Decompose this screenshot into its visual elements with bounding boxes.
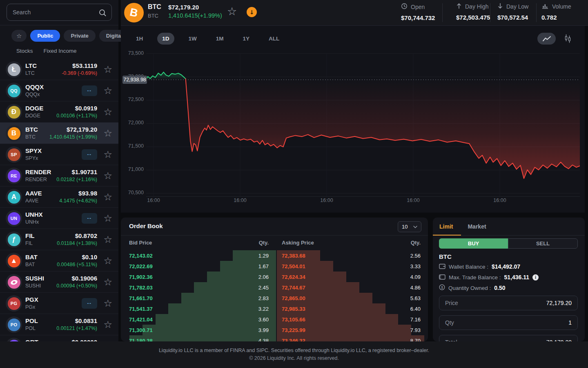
- order-book-row[interactable]: 71,180.384.3873,346.328.70: [121, 335, 428, 341]
- range-1h[interactable]: 1H: [131, 33, 148, 45]
- asset-symbol: BAT: [25, 254, 38, 260]
- asset-row-sushi[interactable]: SUSHISUSHI$0.190060.00094 (+0.50%)☆: [0, 272, 118, 293]
- asset-row-bat[interactable]: ▲BATBAT$0.100.00486 (+5.11%)☆: [0, 250, 118, 272]
- favorite-star-icon[interactable]: ☆: [103, 276, 112, 288]
- asset-row-spyx[interactable]: SPSPYXSPYx--☆: [0, 144, 118, 165]
- sidebar-tab-fixed-income[interactable]: Fixed Income: [44, 48, 77, 54]
- asset-name: QQQx: [25, 92, 40, 97]
- doge-coin-icon: Đ: [6, 104, 22, 120]
- ask-price: 72,985.33: [282, 306, 305, 312]
- no-price-badge: --: [82, 298, 97, 309]
- asset-row-doge[interactable]: ĐDOGEDOGE$0.09190.00106 (+1.17%)☆: [0, 101, 118, 123]
- tab-market[interactable]: Market: [461, 218, 494, 236]
- range-1d[interactable]: 1D: [157, 33, 174, 45]
- stat-label: Day Low: [506, 3, 528, 10]
- footer-disclaimer: Liquidity.io LLC is a member of FINRA an…: [0, 341, 588, 353]
- favorite-star-icon[interactable]: ☆: [103, 298, 112, 309]
- favorite-star-icon[interactable]: ☆: [103, 170, 112, 182]
- bid-qty: 2.45: [231, 285, 269, 291]
- favorite-star-icon[interactable]: ☆: [103, 213, 112, 224]
- asset-row-ltc[interactable]: ŁLTCLTC$53.1119-0.369 (-0.69%)☆: [0, 59, 118, 80]
- filter-public[interactable]: Public: [30, 30, 60, 42]
- buy-sell-toggle: BUY SELL: [439, 238, 578, 249]
- fil-coin-icon: ƒ: [6, 231, 22, 248]
- asset-row-aave[interactable]: AAAVEAAVE$93.984.1475 (+4.62%)☆: [0, 186, 118, 208]
- range-all[interactable]: ALL: [264, 33, 284, 45]
- asset-price: $0.10: [82, 254, 97, 260]
- info-icon[interactable]: i: [532, 274, 539, 280]
- quantity-owned-label: Quantity Owned :: [448, 285, 491, 291]
- sell-button[interactable]: SELL: [508, 238, 578, 249]
- line-chart-toggle[interactable]: [537, 33, 556, 45]
- ask-qty: 5.63: [382, 295, 421, 301]
- asset-row-fil[interactable]: ƒFILFIL$0.87020.01184 (+1.38%)☆: [0, 229, 118, 250]
- favorites-filter-button[interactable]: ☆: [11, 30, 27, 42]
- price-field[interactable]: Price72,179.20: [439, 296, 578, 310]
- tab-limit[interactable]: Limit: [433, 218, 461, 236]
- asset-row-unhx[interactable]: UNUNHXUNHx--☆: [0, 208, 118, 229]
- field-value: 1: [568, 319, 572, 326]
- watchlist-star-icon[interactable]: ☆: [227, 5, 237, 18]
- asset-row-qqqx[interactable]: QQQQQXQQQx--☆: [0, 80, 118, 101]
- order-book-row[interactable]: 72,022.691.6772,504.013.33: [121, 261, 428, 272]
- sidebar-tab-stocks[interactable]: Stocks: [16, 48, 33, 54]
- order-book-row[interactable]: 71,300.713.9973,225.997.93: [121, 325, 428, 335]
- favorite-star-icon[interactable]: ☆: [103, 85, 112, 96]
- favorite-star-icon[interactable]: ☆: [103, 234, 112, 245]
- asset-price: $0.8702: [75, 232, 97, 239]
- asset-row-pol[interactable]: POPOLPOL$0.08310.00121 (+1.47%)☆: [0, 314, 118, 335]
- favorite-star-icon[interactable]: ☆: [103, 191, 112, 203]
- asset-symbol: UNHX: [25, 211, 43, 218]
- order-book-row[interactable]: 71,902.362.0672,624.344.09: [121, 272, 428, 282]
- search-box: [7, 4, 112, 21]
- arrow-up-icon: [456, 3, 462, 10]
- favorite-star-icon[interactable]: ☆: [103, 319, 112, 330]
- sidebar-tabs: StocksFixed Income: [0, 42, 118, 54]
- search-input[interactable]: [7, 4, 111, 20]
- wallet-balance-value: $14,492.07: [492, 263, 520, 270]
- bid-qty: 3.22: [231, 306, 269, 312]
- filter-private[interactable]: Private: [64, 30, 95, 42]
- asset-change: 1,410.6415 (+1.99%): [49, 134, 97, 140]
- asset-change: -0.369 (-0.69%): [62, 70, 97, 76]
- price-chart[interactable]: [146, 49, 580, 197]
- order-book-row[interactable]: 72,143.021.2972,383.682.56: [121, 250, 428, 261]
- favorite-star-icon[interactable]: ☆: [103, 149, 112, 160]
- order-book-row[interactable]: 71,541.373.2272,985.336.40: [121, 303, 428, 314]
- bid-price: 71,421.04: [129, 316, 153, 323]
- search-icon: [98, 9, 107, 18]
- pgx-coin-icon: PG: [6, 295, 22, 312]
- bid-price: 72,143.02: [129, 253, 153, 259]
- asset-name: PGx: [25, 304, 35, 310]
- instrument-name: BTC: [148, 13, 158, 19]
- x-tick-label: 16:00: [318, 197, 336, 203]
- buy-button[interactable]: BUY: [439, 238, 508, 249]
- asset-row-render[interactable]: RERENDERRENDER$1.907310.02182 (+1.16%)☆: [0, 165, 118, 186]
- max-trade-balance-row: Max. Trade Balance : 51,436.11 i: [439, 274, 539, 281]
- depth-select[interactable]: 10: [398, 221, 421, 232]
- ask-qty: 4.86: [382, 285, 421, 291]
- column-header-qty-: Qty.: [231, 240, 269, 246]
- range-1y[interactable]: 1Y: [238, 33, 255, 45]
- price-down-badge-icon[interactable]: ↓: [247, 7, 257, 17]
- order-book-row[interactable]: 71,421.043.6073,105.667.16: [121, 314, 428, 325]
- order-book-row[interactable]: 71,661.702.8372,865.005.63: [121, 293, 428, 303]
- asset-symbol: AAVE: [25, 190, 42, 197]
- range-1m[interactable]: 1M: [211, 33, 229, 45]
- favorite-star-icon[interactable]: ☆: [103, 64, 112, 75]
- trade-panel: LimitMarket BUY SELL BTC Wallet Balance …: [433, 218, 585, 341]
- asset-row-btc[interactable]: BBTCBTC$72,179.201,410.6415 (+1.99%)☆: [0, 123, 118, 144]
- total-field[interactable]: Total72,179.20: [439, 335, 578, 341]
- column-header-bid-price: Bid Price: [129, 240, 152, 246]
- range-1w[interactable]: 1W: [184, 33, 202, 45]
- candlestick-chart-toggle[interactable]: [564, 34, 571, 45]
- favorite-star-icon[interactable]: ☆: [103, 255, 112, 267]
- order-book-row[interactable]: 71,782.032.4572,744.674.86: [121, 282, 428, 293]
- asset-row-pgx[interactable]: PGPGXPGx--☆: [0, 293, 118, 314]
- favorite-star-icon[interactable]: ☆: [103, 106, 112, 118]
- favorite-star-icon[interactable]: ☆: [103, 128, 112, 139]
- qty-field[interactable]: Qty1: [439, 315, 578, 330]
- asset-symbol: LTC: [25, 62, 37, 69]
- y-tick-label: 73,500: [121, 50, 144, 57]
- asset-symbol: BTC: [25, 126, 38, 133]
